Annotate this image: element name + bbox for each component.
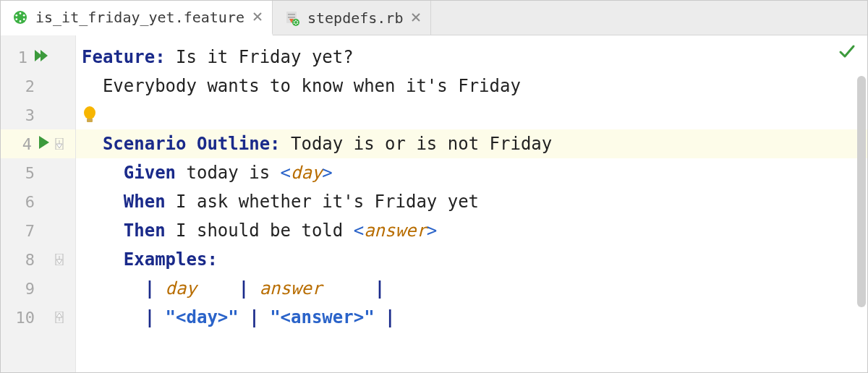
line-number: 3 <box>9 106 35 124</box>
fold-end-icon[interactable] <box>51 312 68 323</box>
code-area[interactable]: Feature: Is it Friday yet? Everybody wan… <box>76 35 867 372</box>
vertical-scrollbar[interactable] <box>856 76 866 368</box>
close-icon[interactable] <box>252 9 263 25</box>
gutter-line: 10 <box>1 303 75 332</box>
text: Is it Friday yet? <box>166 43 354 72</box>
line-number: 4 <box>6 135 32 153</box>
keyword-given: Given <box>124 158 176 187</box>
svg-point-6 <box>23 18 25 20</box>
keyword-when: When <box>124 187 166 216</box>
svg-point-5 <box>15 18 17 20</box>
svg-point-17 <box>297 22 298 24</box>
gutter: 1 2 3 4 <box>1 35 76 372</box>
close-icon[interactable] <box>410 9 422 26</box>
line-number: 10 <box>9 309 35 327</box>
tab-label: stepdefs.rb <box>307 9 403 27</box>
ruby-file-icon <box>284 10 300 26</box>
tab-stepdefs-rb[interactable]: stepdefs.rb <box>273 1 431 35</box>
svg-point-2 <box>20 20 22 22</box>
gutter-line: 1 <box>1 43 75 72</box>
gutter-line: 9 <box>1 274 75 303</box>
table-header-day: day <box>166 274 239 303</box>
code-line: Given today is <day> <box>76 158 867 187</box>
gutter-line: 7 <box>1 216 75 245</box>
keyword-then: Then <box>124 216 166 245</box>
run-icon[interactable] <box>39 136 51 152</box>
svg-point-1 <box>20 12 22 14</box>
run-all-icon[interactable] <box>35 48 51 66</box>
code-line <box>76 100 867 129</box>
keyword-feature: Feature: <box>82 43 166 72</box>
svg-point-12 <box>295 20 297 21</box>
keyword-examples: Examples: <box>124 245 218 274</box>
cucumber-icon <box>12 9 28 25</box>
fold-icon[interactable] <box>51 138 68 150</box>
code-line: Examples: <box>76 245 867 274</box>
table-pipe: | <box>249 303 259 332</box>
table-pipe: | <box>375 274 385 303</box>
svg-rect-9 <box>288 17 295 18</box>
line-number: 8 <box>9 251 35 269</box>
text: Everybody wants to know when it's Friday <box>103 72 521 100</box>
svg-point-14 <box>294 20 295 22</box>
placeholder-answer: answer <box>364 216 427 245</box>
svg-point-11 <box>292 19 299 26</box>
gutter-line: 2 <box>1 72 75 100</box>
table-header-answer: answer <box>260 274 375 303</box>
svg-marker-22 <box>56 260 62 264</box>
svg-point-13 <box>295 23 297 25</box>
code-line-current: Scenario Outline: Today is or is not Fri… <box>76 129 867 158</box>
tab-label: is_it_friday_yet.feature <box>35 9 244 26</box>
scrollbar-thumb[interactable] <box>857 76 866 307</box>
table-pipe: | <box>145 274 155 303</box>
table-pipe: | <box>239 274 249 303</box>
line-number: 6 <box>9 193 35 211</box>
tab-bar: is_it_friday_yet.feature stepdefs.rb <box>1 1 867 35</box>
svg-point-16 <box>294 22 295 24</box>
code-line: Then I should be told <answer> <box>76 216 867 245</box>
svg-rect-8 <box>288 14 295 15</box>
gutter-line: 8 <box>1 245 75 274</box>
gutter-line: 4 <box>1 129 75 158</box>
table-cell-day: "<day>" <box>166 303 239 332</box>
svg-marker-23 <box>56 313 62 317</box>
lightbulb-icon[interactable] <box>82 105 98 125</box>
code-line: When I ask whether it's Friday yet <box>76 187 867 216</box>
gutter-line: 3 <box>1 100 75 129</box>
code-line: | "<day>" | "<answer>" | <box>76 303 867 332</box>
table-pipe: | <box>385 303 395 332</box>
gutter-line: 6 <box>1 187 75 216</box>
editor-body: 1 2 3 4 <box>1 35 867 372</box>
editor-window: is_it_friday_yet.feature stepdefs.rb <box>0 0 868 373</box>
svg-rect-25 <box>87 119 93 122</box>
code-line: Feature: Is it Friday yet? <box>76 43 867 72</box>
svg-point-3 <box>15 14 17 16</box>
text: Today is or is not Friday <box>281 129 553 158</box>
code-line: Everybody wants to know when it's Friday <box>76 72 867 100</box>
line-number: 9 <box>9 280 35 298</box>
table-pipe: | <box>145 303 155 332</box>
svg-marker-20 <box>39 136 49 149</box>
table-cell-answer: "<answer>" <box>270 303 375 332</box>
line-number: 1 <box>1 48 27 67</box>
line-number: 5 <box>9 164 35 182</box>
svg-marker-21 <box>56 144 62 148</box>
svg-point-24 <box>84 106 95 119</box>
svg-point-4 <box>23 14 25 16</box>
placeholder-day: day <box>291 158 322 187</box>
keyword-scenario-outline: Scenario Outline: <box>103 129 281 158</box>
gutter-line: 5 <box>1 158 75 187</box>
svg-point-15 <box>297 20 298 22</box>
line-number: 2 <box>9 77 35 95</box>
svg-marker-19 <box>41 50 48 61</box>
code-line: | day | answer | <box>76 274 867 303</box>
check-icon[interactable] <box>838 43 856 63</box>
line-number: 7 <box>9 222 35 240</box>
fold-icon[interactable] <box>51 254 68 265</box>
tab-is-it-friday-feature[interactable]: is_it_friday_yet.feature <box>1 1 273 35</box>
